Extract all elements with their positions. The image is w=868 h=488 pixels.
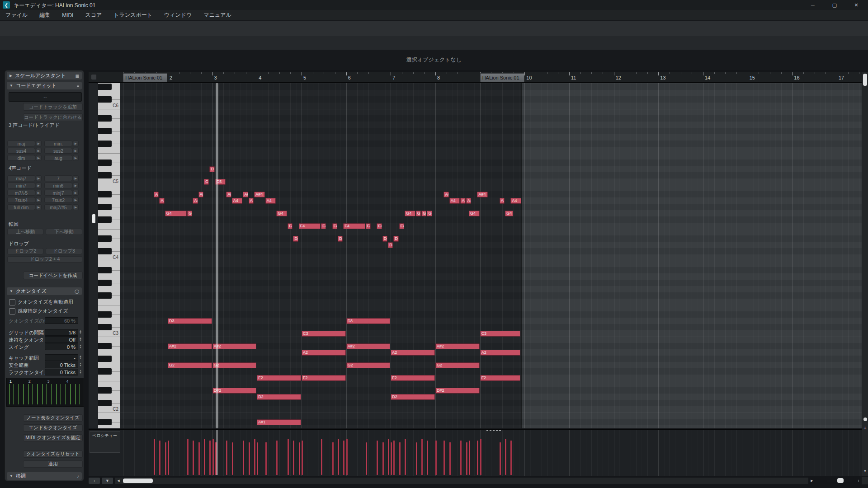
midi-note[interactable]: G2	[168, 362, 212, 368]
velocity-bar[interactable]	[382, 442, 384, 475]
velocity-bar[interactable]	[302, 441, 303, 475]
triad-1-right-arrow[interactable]: ▶	[73, 148, 79, 154]
triad-2-right-button[interactable]: aug	[44, 155, 72, 161]
section-quantize[interactable]: ▼クオンタイズ◯	[7, 287, 82, 295]
midi-note[interactable]: A4	[466, 198, 471, 204]
midi-note[interactable]: A#4	[254, 192, 265, 197]
chord-track-button-1[interactable]: コードトラックに合わせる	[23, 113, 83, 121]
velocity-bar[interactable]	[480, 439, 481, 475]
quantize-row-value-6[interactable]: 0 Ticks	[45, 369, 78, 375]
vertical-scrollbar[interactable]	[862, 72, 868, 476]
vertical-zoom-in-button[interactable]: +	[862, 425, 868, 431]
velocity-lane[interactable]: ベロシティー	[89, 429, 862, 476]
zoom-slider-knob[interactable]	[837, 478, 844, 483]
velocity-bar[interactable]	[168, 441, 169, 475]
velocity-bar[interactable]	[209, 441, 211, 475]
midi-note[interactable]: F4	[399, 223, 404, 229]
velocity-bar[interactable]	[243, 441, 244, 475]
midi-note[interactable]: A4	[232, 198, 243, 204]
midi-note[interactable]: A#1	[257, 419, 301, 425]
velocity-bar[interactable]	[469, 441, 470, 475]
scroll-right-arrow[interactable]: ▶	[809, 478, 815, 484]
velocity-bar[interactable]	[212, 439, 214, 475]
velocity-bar[interactable]	[416, 442, 417, 475]
velocity-bar[interactable]	[193, 441, 194, 475]
tetrad-0-right-button[interactable]: 7	[44, 175, 72, 181]
tetrad-0-left-arrow[interactable]: ▶	[36, 175, 42, 181]
zoom-out-button[interactable]: −	[817, 478, 824, 484]
timeline-ruler[interactable]	[89, 72, 862, 83]
midi-note[interactable]: A#2	[212, 343, 257, 349]
quantize-apply-button-0[interactable]: クオンタイズをリセット	[23, 450, 83, 458]
velocity-bar[interactable]	[187, 439, 189, 475]
midi-note[interactable]: D#4	[382, 236, 387, 242]
midi-note[interactable]: F4	[299, 223, 321, 229]
tetrad-4-right-arrow[interactable]: ▶	[73, 204, 79, 210]
part-name-chip-0[interactable]: HALion Sonic 01	[123, 73, 167, 82]
tetrad-3-right-arrow[interactable]: ▶	[73, 197, 79, 203]
tetrad-4-left-arrow[interactable]: ▶	[36, 204, 42, 210]
vertical-scroll-thumb[interactable]	[863, 74, 867, 86]
midi-note[interactable]: F2	[391, 375, 435, 381]
horizontal-scroll-thumb[interactable]	[123, 479, 153, 483]
vertical-zoom-knob[interactable]	[863, 418, 867, 421]
midi-note[interactable]: D#2	[435, 388, 480, 394]
tetrad-3-right-button[interactable]: 7sus2	[44, 197, 72, 203]
midi-note[interactable]: A4	[159, 198, 164, 204]
velocity-bar[interactable]	[477, 441, 478, 475]
piano-key-black[interactable]	[98, 387, 112, 394]
midi-note[interactable]: G4	[187, 211, 192, 216]
midi-note[interactable]: A#2	[435, 343, 480, 349]
ruler-options-button[interactable]	[91, 74, 97, 80]
velocity-bar[interactable]	[377, 441, 378, 475]
midi-note[interactable]: F4	[366, 223, 371, 229]
stepper-icon[interactable]: ▲ ▼	[79, 330, 84, 334]
velocity-bar[interactable]	[321, 439, 322, 475]
quantize-checkbox-1[interactable]	[9, 308, 15, 314]
drop-button-0[interactable]: ドロップ2	[7, 248, 43, 254]
stepper-icon[interactable]: ▲ ▼	[79, 355, 84, 360]
midi-note[interactable]: C5	[204, 179, 209, 185]
piano-key-black[interactable]	[98, 343, 112, 349]
tetrad-1-left-button[interactable]: min7	[7, 183, 35, 188]
drop-2-4-button[interactable]: ドロップ2 + 4	[7, 256, 82, 263]
menu-item-6[interactable]: マニュアル	[203, 11, 231, 19]
triad-2-right-arrow[interactable]: ▶	[73, 155, 79, 161]
midi-note[interactable]: A4	[500, 198, 505, 204]
velocity-bar[interactable]	[343, 441, 344, 475]
midi-note[interactable]: D5	[209, 166, 214, 172]
tetrad-1-right-arrow[interactable]: ▶	[73, 183, 79, 188]
piano-key-black[interactable]	[98, 368, 112, 375]
velocity-bar[interactable]	[388, 439, 389, 475]
velocity-bar[interactable]	[198, 442, 200, 475]
zoom-in-button[interactable]: ＋	[855, 478, 862, 484]
midi-note[interactable]: G2	[212, 362, 257, 368]
midi-note[interactable]: D#4	[293, 236, 298, 242]
menu-item-1[interactable]: 編集	[39, 11, 50, 19]
section-scale-assistant[interactable]: ▶スケールアシスタント▦	[7, 72, 82, 80]
midi-note[interactable]: F2	[257, 375, 301, 381]
piano-key-black[interactable]	[98, 216, 112, 223]
piano-key-black[interactable]	[98, 141, 112, 147]
triad-0-left-button[interactable]: maj	[7, 141, 35, 146]
velocity-bar[interactable]	[399, 442, 401, 475]
midi-note[interactable]: A#4	[154, 192, 159, 197]
midi-note[interactable]: F4	[343, 223, 365, 229]
piano-key-black[interactable]	[98, 248, 112, 254]
velocity-bar[interactable]	[265, 442, 267, 475]
inversion-button-1[interactable]: 下へ移動	[46, 229, 82, 235]
piano-key-black[interactable]	[98, 324, 112, 330]
menu-item-2[interactable]: MIDI	[62, 12, 73, 19]
midi-note[interactable]: A2	[480, 350, 520, 356]
piano-keyboard[interactable]: C2C3C4C5C6	[98, 83, 120, 428]
midi-note[interactable]: C3	[302, 331, 346, 337]
piano-key-black[interactable]	[98, 267, 112, 273]
quantize-row-value-1[interactable]: 1/8	[45, 329, 78, 336]
velocity-bar[interactable]	[276, 441, 278, 475]
midi-note[interactable]: D2	[257, 394, 301, 400]
midi-note[interactable]: G4	[276, 211, 287, 216]
midi-note[interactable]: F2	[480, 375, 520, 381]
quantize-row-value-4[interactable]: -	[45, 354, 78, 361]
quantize-row-value-5[interactable]: 0 Ticks	[45, 361, 78, 368]
tetrad-1-right-button[interactable]: min6	[44, 183, 72, 188]
